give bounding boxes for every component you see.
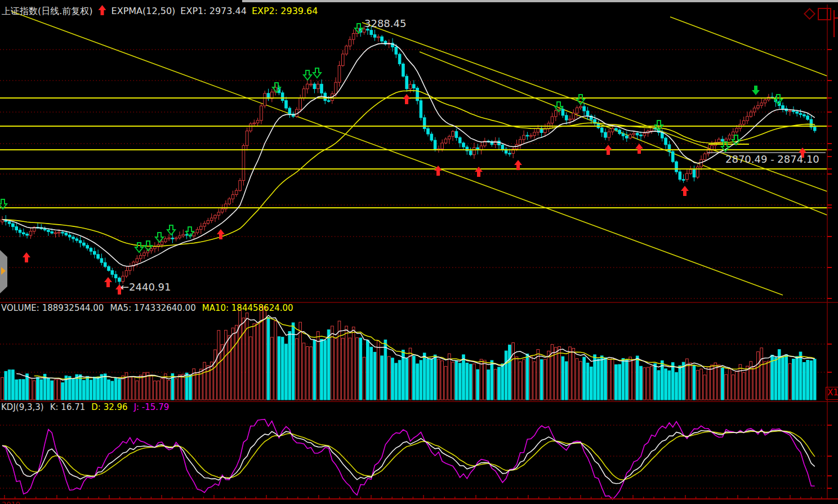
volume-ma5-value: MA5: 174332640.00 <box>110 304 195 313</box>
panel-collapse-handle[interactable] <box>0 250 7 293</box>
trading-app: 上证指数(日线.前复权) EXPMA(12,50) EXP1: 2973.44 … <box>0 0 838 504</box>
peak-annotation: 3288.45 <box>364 17 406 29</box>
kdj-name: KDJ(9,3,3) <box>1 403 44 412</box>
price-marker-line <box>833 10 835 37</box>
volume-unit-badge: X1 <box>826 387 838 400</box>
instrument-title: 上证指数(日线.前复权) <box>2 6 93 16</box>
price-marker-tick <box>834 17 838 19</box>
kdj-j-value: J: -15.79 <box>134 403 170 412</box>
chart-header: 上证指数(日线.前复权) EXPMA(12,50) EXP1: 2973.44 … <box>2 5 318 17</box>
zone-annotation: 2870.49 - 2874.10 <box>725 153 819 165</box>
exp2-value: EXP2: 2939.64 <box>252 6 318 16</box>
chart-canvas[interactable] <box>0 0 838 504</box>
volume-ma10-value: MA10: 184458624.00 <box>202 304 293 313</box>
volume-value: VOLUME: 188932544.00 <box>1 304 104 313</box>
titlebar-strip <box>242 0 838 2</box>
trough-annotation: ←2440.91 <box>121 281 171 293</box>
window-icon[interactable] <box>818 8 831 20</box>
axis-date-label: 2019 <box>2 500 20 504</box>
window-icon-bar <box>827 9 828 19</box>
volume-header: VOLUME: 188932544.00 MA5: 174332640.00 M… <box>1 304 293 313</box>
up-arrow-icon <box>98 5 106 17</box>
expand-arrow-icon <box>1 267 6 275</box>
indicator-label: EXPMA(12,50) <box>112 6 176 16</box>
exp1-value: EXP1: 2973.44 <box>180 6 247 16</box>
kdj-d-value: D: 32.96 <box>91 403 127 412</box>
kdj-k-value: K: 16.71 <box>50 403 86 412</box>
kdj-header: KDJ(9,3,3) K: 16.71 D: 32.96 J: -15.79 <box>1 403 169 412</box>
